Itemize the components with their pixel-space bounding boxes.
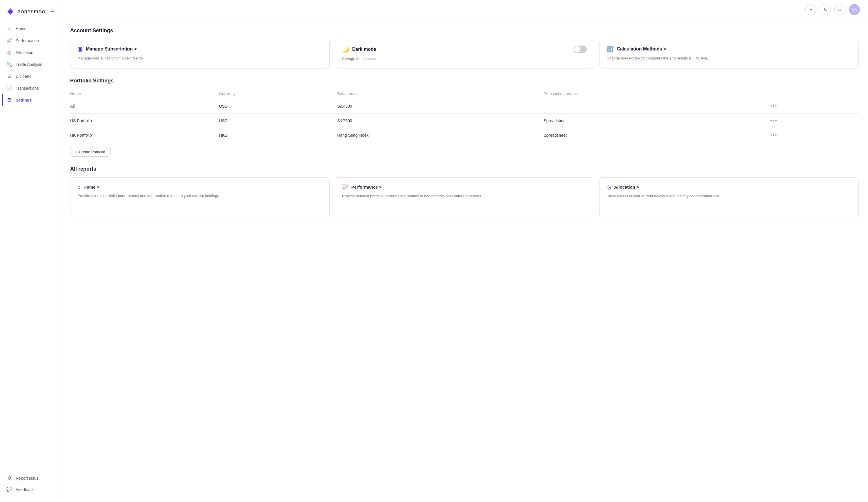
col-source: Transaction source — [544, 89, 768, 99]
create-portfolio-button[interactable]: + Create Portfolio — [70, 147, 111, 157]
calculation-header: 🔢 Calculation Methods > — [607, 46, 851, 52]
portfolio-settings-section: Portfolio Settings Name Currency Benchma… — [70, 78, 859, 157]
dark-mode-desc: Change theme color — [342, 56, 587, 62]
sidebar-nav: ⌂ Home 📈 Performance ◎ Allocation 🔍 Trad… — [0, 23, 61, 468]
allocation-report-header: ◎ Allocation > — [607, 184, 851, 190]
add-button[interactable]: + — [805, 4, 816, 15]
sidebar-label-home: Home — [16, 27, 27, 31]
sidebar-item-settings[interactable]: ☰ Settings — [2, 94, 58, 106]
dark-mode-header: 🌙 Dark mode — [342, 46, 587, 53]
feedback-icon: 💬 — [7, 486, 12, 492]
settings-icon: ☰ — [7, 97, 12, 103]
col-currency: Currency — [219, 89, 338, 99]
app-name: PORTSEIDO — [18, 9, 45, 14]
performance-report-icon: 📈 — [342, 184, 349, 190]
allocation-report-card[interactable]: ◎ Allocation > Show details in your curr… — [599, 177, 859, 218]
message-button[interactable] — [834, 4, 845, 15]
dark-mode-icon: 🌙 — [342, 46, 349, 53]
home-report-icon: ⌂ — [78, 184, 81, 190]
home-icon: ⌂ — [7, 26, 12, 31]
account-settings-cards: ▣ Manage Subscription > Manage your subs… — [70, 39, 859, 69]
table-header-row: Name Currency Benchmark Transaction sour… — [70, 89, 859, 99]
manage-subscription-title: Manage Subscription > — [86, 47, 137, 52]
home-report-header: ⌂ Home > — [78, 184, 322, 190]
dark-mode-left: 🌙 Dark mode — [342, 46, 376, 53]
portseido-logo-icon — [6, 7, 15, 16]
portfolio-settings-title: Portfolio Settings — [70, 78, 859, 84]
trade-analysis-icon: 🔍 — [7, 61, 12, 67]
portfolio-benchmark-0: S&P500 — [337, 99, 544, 113]
all-reports-section: All reports ⌂ Home > Provide overall por… — [70, 166, 859, 218]
calculation-title: Calculation Methods > — [617, 47, 666, 52]
table-row: US Portfolio USD S&P500 Spreadsheet ••• — [70, 113, 859, 128]
sidebar-label-trade-analysis: Trade Analysis — [16, 62, 42, 67]
manage-subscription-card[interactable]: ▣ Manage Subscription > Manage your subs… — [70, 39, 330, 69]
calculation-methods-card[interactable]: 🔢 Calculation Methods > Change how Ports… — [599, 39, 859, 69]
all-reports-title: All reports — [70, 166, 859, 172]
hamburger-icon[interactable]: ☰ — [50, 8, 55, 15]
manage-subscription-header: ▣ Manage Subscription > — [78, 46, 322, 52]
portfolio-table: Name Currency Benchmark Transaction sour… — [70, 89, 859, 142]
portfolio-currency-1: USD — [219, 113, 338, 128]
sidebar-label-transactions: Transactions — [16, 86, 39, 91]
sidebar-item-dividend[interactable]: ⊡ Dividend — [2, 71, 58, 82]
col-benchmark: Benchmark — [337, 89, 544, 99]
sidebar-item-feedback[interactable]: 💬 Feedback — [2, 484, 58, 495]
refresh-button[interactable]: ↻ — [820, 4, 831, 15]
subscription-icon: ▣ — [78, 46, 83, 52]
toggle-knob — [574, 46, 580, 52]
dividend-icon: ⊡ — [7, 73, 12, 79]
portfolio-name-0: All — [70, 99, 219, 113]
table-row: All USD S&P500 ••• — [70, 99, 859, 113]
sidebar-item-performance[interactable]: 📈 Performance — [2, 35, 58, 46]
content-area: Account Settings ▣ Manage Subscription >… — [61, 19, 868, 502]
home-report-title: Home > — [83, 184, 100, 190]
sidebar-item-report-issue[interactable]: ⚙ Report Issue — [2, 472, 58, 484]
col-actions — [768, 89, 859, 99]
allocation-report-icon: ◎ — [607, 184, 611, 190]
table-row: HK Portfolio HKD Hang Seng Index Spreads… — [70, 128, 859, 142]
plus-icon: + — [809, 7, 812, 12]
sidebar-label-feedback: Feedback — [16, 487, 33, 492]
dark-mode-toggle[interactable] — [574, 46, 587, 53]
performance-report-title: Performance > — [351, 184, 382, 190]
account-settings-title: Account Settings — [70, 28, 859, 34]
message-icon — [838, 7, 842, 12]
allocation-report-title: Allocation > — [614, 184, 639, 190]
col-name: Name — [70, 89, 219, 99]
portfolio-name-1: US Portfolio — [70, 113, 219, 128]
portfolio-source-2: Spreadsheet — [544, 128, 768, 142]
refresh-icon: ↻ — [824, 7, 827, 12]
sidebar: PORTSEIDO ☰ ⌂ Home 📈 Performance ◎ Alloc… — [0, 0, 61, 502]
portfolio-menu-0[interactable]: ••• — [768, 102, 780, 110]
portfolio-menu-2[interactable]: ••• — [768, 131, 780, 139]
performance-report-card[interactable]: 📈 Performance > Provide detailed portfol… — [335, 177, 594, 218]
sidebar-item-transactions[interactable]: 📄 Transactions — [2, 82, 58, 94]
home-report-desc: Provide overall portfolio performance an… — [78, 193, 322, 199]
allocation-report-desc: Show details in your current holdings an… — [607, 193, 851, 199]
portfolio-source-1: Spreadsheet — [544, 113, 768, 128]
manage-subscription-desc: Manage your subscription on Portseido — [78, 56, 322, 61]
main-content: + ↻ NA Account Settings ▣ Manage Subscri… — [61, 0, 868, 502]
calculation-desc: Change how Portseido computes the end re… — [607, 56, 851, 61]
sidebar-item-allocation[interactable]: ◎ Allocation — [2, 47, 58, 58]
sidebar-label-allocation: Allocation — [16, 50, 33, 55]
portfolio-menu-1[interactable]: ••• — [768, 117, 780, 125]
performance-icon: 📈 — [7, 38, 12, 43]
portfolio-benchmark-2: Hang Seng Index — [337, 128, 544, 142]
home-report-card[interactable]: ⌂ Home > Provide overall portfolio perfo… — [70, 177, 330, 218]
sidebar-label-settings: Settings — [16, 98, 32, 102]
transactions-icon: 📄 — [7, 85, 12, 91]
performance-report-desc: Provide detailed portfolio performance r… — [342, 193, 587, 199]
sidebar-item-trade-analysis[interactable]: 🔍 Trade Analysis — [2, 59, 58, 70]
dark-mode-title: Dark mode — [352, 47, 376, 52]
sidebar-label-dividend: Dividend — [16, 74, 31, 79]
portfolio-currency-0: USD — [219, 99, 338, 113]
portfolio-benchmark-1: S&P500 — [337, 113, 544, 128]
performance-report-header: 📈 Performance > — [342, 184, 587, 190]
sidebar-item-home[interactable]: ⌂ Home — [2, 23, 58, 34]
reports-cards: ⌂ Home > Provide overall portfolio perfo… — [70, 177, 859, 218]
portfolio-source-0 — [544, 99, 768, 113]
topbar: + ↻ NA — [61, 0, 868, 19]
user-avatar[interactable]: NA — [849, 4, 860, 15]
